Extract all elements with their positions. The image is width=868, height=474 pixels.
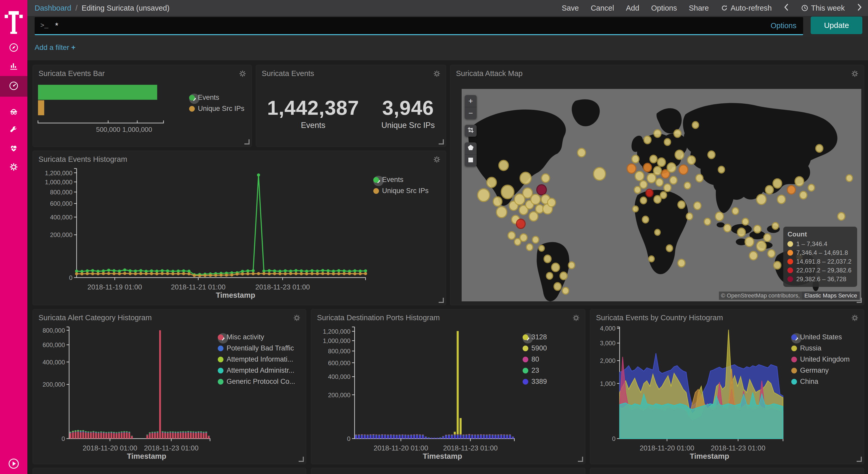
legend-item[interactable]: China bbox=[791, 378, 850, 386]
time-range-picker[interactable]: This week bbox=[801, 4, 845, 12]
legend-item[interactable]: Unique Src IPs bbox=[373, 187, 429, 195]
sidebar-item-discover[interactable] bbox=[0, 39, 27, 57]
legend-item[interactable]: 1 – 7,346.4 bbox=[787, 240, 851, 247]
sidebar-collapse-button[interactable] bbox=[0, 457, 27, 471]
legend-item[interactable]: Events bbox=[189, 94, 244, 101]
osm-attribution-link[interactable]: © OpenStreetMap contributors, bbox=[719, 292, 802, 300]
svg-text:800,000: 800,000 bbox=[50, 189, 72, 196]
legend-item[interactable]: United Kingdom bbox=[791, 355, 850, 363]
sidebar-item-siem[interactable] bbox=[0, 102, 27, 121]
legend-color-dot bbox=[787, 276, 793, 282]
panel-gear-icon[interactable] bbox=[850, 69, 859, 79]
chart-legend: Misc activityPotentially Bad TrafficAtte… bbox=[218, 333, 295, 386]
query-options-link[interactable]: Options bbox=[771, 22, 797, 30]
legend-item[interactable]: 22,037.2 – 29,382.6 bbox=[787, 267, 851, 274]
svg-text:0: 0 bbox=[61, 435, 65, 442]
svg-text:Timestamp: Timestamp bbox=[216, 291, 255, 299]
panel-by-country: Suricata Events by Country Histogram 01,… bbox=[590, 309, 864, 464]
legend-item[interactable]: 23 bbox=[523, 366, 547, 375]
legend-color-dot bbox=[523, 368, 528, 374]
panel-gear-icon[interactable] bbox=[850, 314, 859, 323]
query-prompt-icon: >_ bbox=[40, 22, 48, 29]
sidebar-item-management[interactable] bbox=[0, 158, 27, 177]
legend-item[interactable]: Unique Src IPs bbox=[189, 105, 244, 113]
legend-item[interactable]: 3389 bbox=[523, 378, 547, 386]
svg-text:1,000: 1,000 bbox=[600, 380, 615, 387]
legend-item[interactable]: 5900 bbox=[523, 344, 547, 352]
panel-gear-icon[interactable] bbox=[292, 314, 301, 323]
legend-item[interactable]: 7,346.4 – 14,691.8 bbox=[787, 249, 851, 256]
legend-color-dot bbox=[791, 368, 797, 374]
sidebar-item-visualize[interactable] bbox=[0, 57, 27, 76]
map-zoom-out-button[interactable]: − bbox=[465, 107, 476, 119]
events-bar-chart: 500,0001,000,000 bbox=[35, 76, 170, 140]
legend-color-dot bbox=[189, 95, 195, 100]
chart-legend: 3128590080233389 bbox=[523, 333, 547, 386]
query-bar: >_ * Options Update bbox=[27, 16, 868, 37]
breadcrumb-dashboard-link[interactable]: Dashboard bbox=[35, 4, 71, 12]
world-map[interactable]: + − Count 1 – 7,346.47,346.4 – 14,691.81… bbox=[462, 89, 861, 301]
ems-attribution-link[interactable]: Elastic Maps Service bbox=[802, 292, 860, 300]
legend-item[interactable]: United States bbox=[791, 333, 850, 341]
panel-gear-icon[interactable] bbox=[432, 69, 441, 79]
sidebar-item-monitoring[interactable] bbox=[0, 140, 27, 158]
legend-color-dot bbox=[787, 241, 793, 247]
metric-value: 1,442,387 bbox=[267, 96, 359, 120]
legend-item[interactable]: Potentially Bad Traffic bbox=[218, 344, 295, 352]
time-range-prev-button[interactable] bbox=[783, 3, 789, 13]
update-button[interactable]: Update bbox=[811, 17, 862, 34]
panel-dest-ports: Suricata Destination Ports Histogram 020… bbox=[311, 309, 585, 464]
chart-legend: United StatesRussiaUnited KingdomGermany… bbox=[791, 333, 850, 386]
map-draw-rectangle-button[interactable] bbox=[465, 154, 476, 167]
sidebar-item-dashboard[interactable] bbox=[0, 76, 27, 97]
legend-label: Generic Protocol Co... bbox=[226, 378, 295, 386]
legend-item[interactable]: Events bbox=[373, 176, 429, 184]
play-circle-icon bbox=[7, 457, 20, 471]
metric-label: Unique Src IPs bbox=[381, 121, 435, 130]
legend-item[interactable]: Attempted Informati... bbox=[218, 355, 295, 363]
svg-text:400,000: 400,000 bbox=[50, 214, 72, 221]
legend-item[interactable]: Misc activity bbox=[218, 333, 295, 341]
search-input[interactable]: >_ * Options bbox=[35, 17, 803, 35]
panel-gear-icon[interactable] bbox=[432, 155, 441, 165]
legend-item[interactable]: 80 bbox=[523, 355, 547, 363]
metric-value: 3,946 bbox=[381, 96, 435, 120]
auto-refresh-button[interactable]: Auto-refresh bbox=[721, 4, 772, 12]
legend-item[interactable]: Russia bbox=[791, 344, 850, 352]
metric-events: 1,442,387 Events bbox=[267, 96, 359, 130]
legend-color-dot bbox=[791, 334, 797, 340]
panel-gear-icon[interactable] bbox=[572, 314, 581, 323]
legend-label: Attempted Administr... bbox=[226, 366, 294, 375]
svg-text:2018-11-20 01:00: 2018-11-20 01:00 bbox=[640, 444, 694, 452]
top-navigation-bar: Dashboard / Editing Suricata (unsaved) S… bbox=[27, 0, 868, 16]
legend-color-dot bbox=[523, 357, 528, 362]
share-button[interactable]: Share bbox=[689, 4, 709, 12]
legend-label: 7,346.4 – 14,691.8 bbox=[796, 249, 848, 256]
add-button[interactable]: Add bbox=[626, 4, 640, 12]
map-zoom-in-button[interactable]: + bbox=[465, 95, 476, 107]
add-filter-link[interactable]: Add a filter + bbox=[35, 43, 75, 52]
svg-text:1,000,000: 1,000,000 bbox=[122, 126, 152, 134]
legend-item[interactable]: 29,382.6 – 36,728 bbox=[787, 275, 851, 283]
time-range-next-button[interactable] bbox=[857, 3, 862, 13]
legend-item[interactable]: 3128 bbox=[523, 333, 547, 341]
map-draw-polygon-button[interactable] bbox=[465, 142, 476, 154]
legend-item[interactable]: Attempted Administr... bbox=[218, 366, 295, 375]
options-button[interactable]: Options bbox=[651, 4, 677, 12]
legend-item[interactable]: Generic Protocol Co... bbox=[218, 378, 295, 386]
svg-text:2018-11-21 01:00: 2018-11-21 01:00 bbox=[171, 283, 225, 291]
sidebar-item-dev-tools[interactable] bbox=[0, 121, 27, 140]
cancel-button[interactable]: Cancel bbox=[591, 4, 614, 12]
legend-label: Germany bbox=[800, 366, 829, 375]
panel-gear-icon[interactable] bbox=[238, 69, 247, 79]
legend-label: 14,691.8 – 22,037.2 bbox=[796, 258, 851, 265]
legend-label: Unique Src IPs bbox=[382, 187, 429, 195]
save-button[interactable]: Save bbox=[562, 4, 579, 12]
panel-events-bar: Suricata Events Bar 500,0001,000,000 Eve… bbox=[33, 65, 252, 147]
square-icon bbox=[468, 156, 474, 165]
legend-item[interactable]: Germany bbox=[791, 366, 850, 375]
legend-label: 1 – 7,346.4 bbox=[796, 240, 827, 247]
legend-item[interactable]: 14,691.8 – 22,037.2 bbox=[787, 258, 851, 265]
map-fit-bounds-button[interactable] bbox=[465, 125, 476, 137]
telekom-t-logo[interactable] bbox=[0, 0, 27, 45]
